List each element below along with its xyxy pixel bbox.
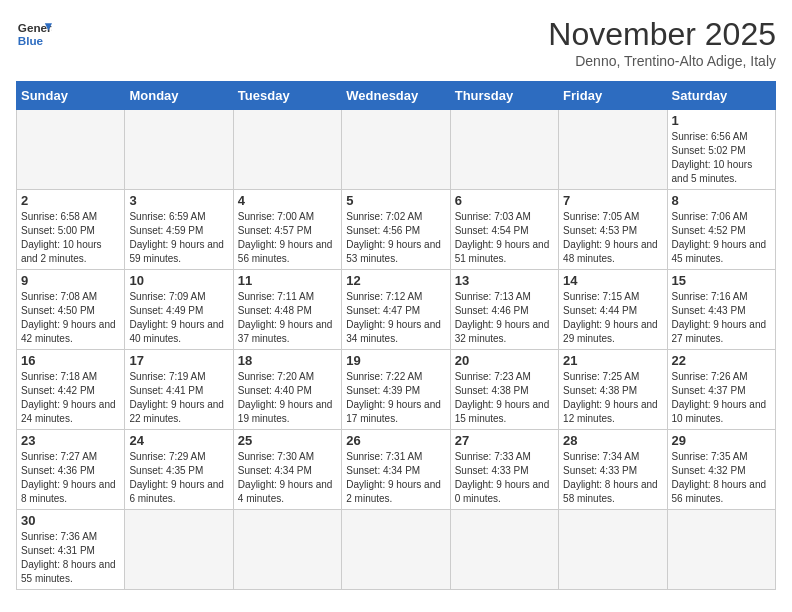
- calendar-day: [125, 110, 233, 190]
- weekday-header-tuesday: Tuesday: [233, 82, 341, 110]
- day-info: Sunrise: 7:29 AM Sunset: 4:35 PM Dayligh…: [129, 450, 228, 506]
- day-number: 16: [21, 353, 120, 368]
- day-info: Sunrise: 7:31 AM Sunset: 4:34 PM Dayligh…: [346, 450, 445, 506]
- calendar-week-6: 30Sunrise: 7:36 AM Sunset: 4:31 PM Dayli…: [17, 510, 776, 590]
- calendar-header: General Blue November 2025 Denno, Trenti…: [16, 16, 776, 69]
- day-number: 5: [346, 193, 445, 208]
- calendar-day: 10Sunrise: 7:09 AM Sunset: 4:49 PM Dayli…: [125, 270, 233, 350]
- day-number: 24: [129, 433, 228, 448]
- calendar-day: 11Sunrise: 7:11 AM Sunset: 4:48 PM Dayli…: [233, 270, 341, 350]
- generalblue-logo-icon: General Blue: [16, 16, 52, 52]
- day-number: 27: [455, 433, 554, 448]
- calendar-day: 6Sunrise: 7:03 AM Sunset: 4:54 PM Daylig…: [450, 190, 558, 270]
- day-number: 14: [563, 273, 662, 288]
- calendar-day: 9Sunrise: 7:08 AM Sunset: 4:50 PM Daylig…: [17, 270, 125, 350]
- day-info: Sunrise: 7:20 AM Sunset: 4:40 PM Dayligh…: [238, 370, 337, 426]
- day-number: 20: [455, 353, 554, 368]
- weekday-header-row: SundayMondayTuesdayWednesdayThursdayFrid…: [17, 82, 776, 110]
- day-number: 29: [672, 433, 771, 448]
- calendar-day: 4Sunrise: 7:00 AM Sunset: 4:57 PM Daylig…: [233, 190, 341, 270]
- calendar-day: 20Sunrise: 7:23 AM Sunset: 4:38 PM Dayli…: [450, 350, 558, 430]
- svg-text:Blue: Blue: [18, 34, 44, 47]
- calendar-day: 27Sunrise: 7:33 AM Sunset: 4:33 PM Dayli…: [450, 430, 558, 510]
- day-info: Sunrise: 7:06 AM Sunset: 4:52 PM Dayligh…: [672, 210, 771, 266]
- calendar-day: 12Sunrise: 7:12 AM Sunset: 4:47 PM Dayli…: [342, 270, 450, 350]
- calendar-day: 3Sunrise: 6:59 AM Sunset: 4:59 PM Daylig…: [125, 190, 233, 270]
- day-number: 12: [346, 273, 445, 288]
- svg-text:General: General: [18, 21, 52, 34]
- calendar-day: [559, 510, 667, 590]
- day-number: 1: [672, 113, 771, 128]
- day-info: Sunrise: 7:00 AM Sunset: 4:57 PM Dayligh…: [238, 210, 337, 266]
- location-subtitle: Denno, Trentino-Alto Adige, Italy: [548, 53, 776, 69]
- day-number: 25: [238, 433, 337, 448]
- weekday-header-friday: Friday: [559, 82, 667, 110]
- calendar-day: [342, 510, 450, 590]
- weekday-header-sunday: Sunday: [17, 82, 125, 110]
- day-info: Sunrise: 7:19 AM Sunset: 4:41 PM Dayligh…: [129, 370, 228, 426]
- day-number: 6: [455, 193, 554, 208]
- day-info: Sunrise: 7:26 AM Sunset: 4:37 PM Dayligh…: [672, 370, 771, 426]
- day-number: 19: [346, 353, 445, 368]
- day-number: 8: [672, 193, 771, 208]
- day-number: 26: [346, 433, 445, 448]
- calendar-day: 28Sunrise: 7:34 AM Sunset: 4:33 PM Dayli…: [559, 430, 667, 510]
- day-info: Sunrise: 7:16 AM Sunset: 4:43 PM Dayligh…: [672, 290, 771, 346]
- day-number: 3: [129, 193, 228, 208]
- calendar-week-4: 16Sunrise: 7:18 AM Sunset: 4:42 PM Dayli…: [17, 350, 776, 430]
- day-number: 10: [129, 273, 228, 288]
- day-number: 4: [238, 193, 337, 208]
- calendar-day: 22Sunrise: 7:26 AM Sunset: 4:37 PM Dayli…: [667, 350, 775, 430]
- calendar-day: 19Sunrise: 7:22 AM Sunset: 4:39 PM Dayli…: [342, 350, 450, 430]
- day-info: Sunrise: 7:36 AM Sunset: 4:31 PM Dayligh…: [21, 530, 120, 586]
- calendar-week-3: 9Sunrise: 7:08 AM Sunset: 4:50 PM Daylig…: [17, 270, 776, 350]
- calendar-body: 1Sunrise: 6:56 AM Sunset: 5:02 PM Daylig…: [17, 110, 776, 590]
- calendar-day: [667, 510, 775, 590]
- calendar-day: 17Sunrise: 7:19 AM Sunset: 4:41 PM Dayli…: [125, 350, 233, 430]
- day-info: Sunrise: 7:33 AM Sunset: 4:33 PM Dayligh…: [455, 450, 554, 506]
- calendar-day: [233, 510, 341, 590]
- calendar-day: 25Sunrise: 7:30 AM Sunset: 4:34 PM Dayli…: [233, 430, 341, 510]
- day-number: 9: [21, 273, 120, 288]
- calendar-day: 5Sunrise: 7:02 AM Sunset: 4:56 PM Daylig…: [342, 190, 450, 270]
- day-info: Sunrise: 7:30 AM Sunset: 4:34 PM Dayligh…: [238, 450, 337, 506]
- day-info: Sunrise: 7:09 AM Sunset: 4:49 PM Dayligh…: [129, 290, 228, 346]
- calendar-week-1: 1Sunrise: 6:56 AM Sunset: 5:02 PM Daylig…: [17, 110, 776, 190]
- day-info: Sunrise: 7:25 AM Sunset: 4:38 PM Dayligh…: [563, 370, 662, 426]
- calendar-day: 18Sunrise: 7:20 AM Sunset: 4:40 PM Dayli…: [233, 350, 341, 430]
- day-number: 2: [21, 193, 120, 208]
- calendar-day: [233, 110, 341, 190]
- day-number: 21: [563, 353, 662, 368]
- weekday-header-saturday: Saturday: [667, 82, 775, 110]
- weekday-header-thursday: Thursday: [450, 82, 558, 110]
- day-info: Sunrise: 7:05 AM Sunset: 4:53 PM Dayligh…: [563, 210, 662, 266]
- calendar-day: 23Sunrise: 7:27 AM Sunset: 4:36 PM Dayli…: [17, 430, 125, 510]
- calendar-day: 13Sunrise: 7:13 AM Sunset: 4:46 PM Dayli…: [450, 270, 558, 350]
- calendar-day: 7Sunrise: 7:05 AM Sunset: 4:53 PM Daylig…: [559, 190, 667, 270]
- calendar-day: 26Sunrise: 7:31 AM Sunset: 4:34 PM Dayli…: [342, 430, 450, 510]
- day-info: Sunrise: 7:35 AM Sunset: 4:32 PM Dayligh…: [672, 450, 771, 506]
- calendar-week-2: 2Sunrise: 6:58 AM Sunset: 5:00 PM Daylig…: [17, 190, 776, 270]
- day-number: 11: [238, 273, 337, 288]
- day-number: 15: [672, 273, 771, 288]
- day-number: 30: [21, 513, 120, 528]
- weekday-header-wednesday: Wednesday: [342, 82, 450, 110]
- calendar-day: 24Sunrise: 7:29 AM Sunset: 4:35 PM Dayli…: [125, 430, 233, 510]
- month-title: November 2025: [548, 16, 776, 53]
- calendar-day: [450, 510, 558, 590]
- day-number: 17: [129, 353, 228, 368]
- logo: General Blue: [16, 16, 52, 52]
- calendar-day: 2Sunrise: 6:58 AM Sunset: 5:00 PM Daylig…: [17, 190, 125, 270]
- calendar-table: SundayMondayTuesdayWednesdayThursdayFrid…: [16, 81, 776, 590]
- day-number: 13: [455, 273, 554, 288]
- day-info: Sunrise: 7:18 AM Sunset: 4:42 PM Dayligh…: [21, 370, 120, 426]
- calendar-day: [125, 510, 233, 590]
- day-info: Sunrise: 7:15 AM Sunset: 4:44 PM Dayligh…: [563, 290, 662, 346]
- day-info: Sunrise: 7:08 AM Sunset: 4:50 PM Dayligh…: [21, 290, 120, 346]
- day-number: 22: [672, 353, 771, 368]
- calendar-day: 8Sunrise: 7:06 AM Sunset: 4:52 PM Daylig…: [667, 190, 775, 270]
- day-info: Sunrise: 7:23 AM Sunset: 4:38 PM Dayligh…: [455, 370, 554, 426]
- day-info: Sunrise: 6:56 AM Sunset: 5:02 PM Dayligh…: [672, 130, 771, 186]
- calendar-day: 30Sunrise: 7:36 AM Sunset: 4:31 PM Dayli…: [17, 510, 125, 590]
- calendar-day: 15Sunrise: 7:16 AM Sunset: 4:43 PM Dayli…: [667, 270, 775, 350]
